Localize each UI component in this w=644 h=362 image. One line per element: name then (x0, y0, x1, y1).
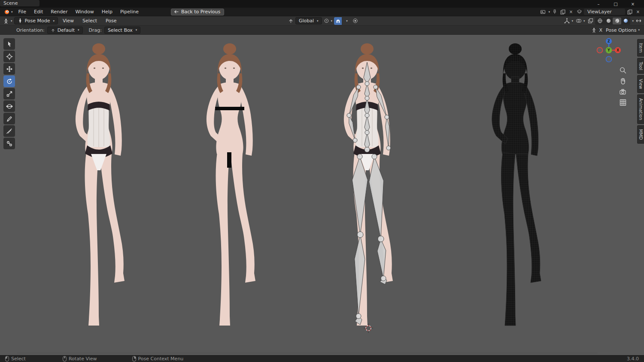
titlebar: Blender – □ × (0, 0, 644, 8)
character-figure-armature[interactable] (344, 43, 393, 326)
xray-toggle-button[interactable] (586, 17, 594, 25)
top-menubar: ▾ File Edit Render Window Help Pipeline … (0, 8, 644, 16)
viewlayer-name-field[interactable]: ViewLayer (584, 9, 625, 15)
shading-wireframe-button[interactable] (595, 18, 604, 24)
close-button[interactable]: × (624, 0, 641, 8)
menu-window[interactable]: Window (71, 8, 97, 15)
tool-cursor-button[interactable] (3, 51, 15, 62)
shading-rendered-button[interactable] (621, 18, 630, 24)
editor-type-button[interactable]: ▾ (2, 17, 13, 25)
scene-browse-button[interactable] (539, 9, 546, 15)
camera-view-button[interactable] (619, 88, 627, 96)
viewport-canvas[interactable] (0, 35, 644, 355)
menu-edit[interactable]: Edit (30, 8, 47, 15)
pan-hand-button[interactable] (619, 77, 627, 85)
gizmo-axis-x[interactable]: X (615, 47, 621, 53)
show-gizmo-button[interactable]: ▾ (563, 17, 574, 25)
tool-settings-bar: Orientation: Default ▾ Drag: Select Box … (0, 26, 644, 35)
expand-header-button[interactable] (635, 17, 642, 25)
scene-name-field[interactable]: Scene (0, 0, 39, 6)
tab-item[interactable]: Item (637, 39, 644, 57)
chevron-down-icon: ▾ (78, 28, 79, 32)
status-middle-click-hint: Rotate View (63, 356, 97, 362)
snap-settings-button[interactable]: ▾ (343, 17, 350, 25)
editor-type-icon (3, 18, 9, 24)
back-arrow-icon (173, 9, 179, 14)
armature-icon (18, 18, 23, 24)
chevron-down-icon: ▾ (331, 19, 333, 23)
gizmo-axis-z[interactable]: Z (606, 38, 612, 44)
layers-icon (577, 9, 582, 15)
material-sphere-icon (614, 18, 620, 24)
magnet-icon (335, 18, 341, 24)
tool-scale-button[interactable] (3, 88, 15, 100)
tool-rotate-button[interactable] (3, 75, 15, 87)
tool-annotate-button[interactable] (3, 113, 15, 124)
character-figure-textured[interactable] (76, 43, 125, 326)
toolbar (3, 38, 15, 149)
gizmo-axis-x-negative[interactable] (597, 48, 603, 53)
drag-label: Drag: (89, 27, 102, 33)
svg-text:X: X (617, 48, 620, 52)
remove-viewlayer-button[interactable]: × (635, 9, 641, 15)
navigation-gizmo[interactable]: Z X Y (596, 37, 622, 63)
menu-render[interactable]: Render (47, 8, 71, 15)
viewlayer-browse-button[interactable] (576, 9, 583, 15)
menu-pipeline[interactable]: Pipeline (116, 8, 143, 15)
statusbar: Select Rotate View Pose Context Menu 3.4… (0, 355, 644, 362)
chevron-down-icon: ▾ (53, 19, 55, 23)
character-figure-base[interactable] (207, 43, 255, 326)
pose-options-cluster: X Pose Options ▾ (591, 26, 641, 34)
tool-pose-breakdowner-button[interactable] (3, 138, 15, 149)
display-cluster: ▾ ▾ (563, 16, 642, 25)
tab-animation[interactable]: Animation (637, 94, 644, 124)
pin-scene-icon[interactable] (551, 9, 558, 15)
gizmo-axis-z-negative[interactable] (606, 57, 612, 62)
ortho-grid-button[interactable] (619, 99, 627, 106)
tab-view[interactable]: View (637, 75, 644, 93)
menu-pose[interactable]: Pose (102, 17, 120, 24)
viewport-3d[interactable]: Z X Y Item Tool View A (0, 35, 644, 355)
tab-tool[interactable]: Tool (637, 58, 644, 74)
orientation-icon-button[interactable] (287, 17, 295, 25)
zoom-button[interactable] (619, 66, 627, 74)
proportional-editing-button[interactable] (351, 17, 359, 25)
shading-material-button[interactable] (613, 18, 621, 24)
back-to-previous-button[interactable]: Back to Previous (171, 9, 224, 15)
menu-view[interactable]: View (59, 17, 78, 24)
mouse-right-icon (132, 356, 136, 362)
transform-cluster: Global ▾ ▾ ▾ (287, 16, 359, 25)
status-right-click-hint: Pose Context Menu (132, 356, 184, 362)
tool-transform-button[interactable] (3, 100, 15, 112)
snap-toggle-button[interactable] (334, 17, 342, 25)
mode-dropdown[interactable]: Pose Mode ▾ (14, 17, 58, 24)
new-viewlayer-button[interactable] (626, 9, 633, 15)
new-scene-button[interactable] (559, 9, 566, 15)
tab-mmd[interactable]: MMD (637, 125, 644, 144)
drag-value-dropdown[interactable]: Select Box ▾ (104, 27, 140, 34)
mouse-middle-icon (63, 356, 67, 362)
menu-select[interactable]: Select (79, 17, 101, 24)
tool-move-button[interactable] (3, 63, 15, 75)
tool-tweak-select-button[interactable] (3, 38, 15, 50)
dismiss-label[interactable]: X (599, 27, 603, 33)
mouse-left-icon (5, 356, 9, 362)
menu-help[interactable]: Help (98, 8, 116, 15)
menu-file[interactable]: File (15, 8, 30, 15)
orientation-value-dropdown[interactable]: Default ▾ (47, 27, 83, 34)
pin-icon (553, 9, 557, 14)
show-overlays-button[interactable]: ▾ (575, 17, 586, 25)
unlink-scene-button[interactable]: × (568, 9, 574, 15)
tool-measure-button[interactable] (3, 125, 15, 137)
shading-solid-button[interactable] (604, 18, 613, 24)
orientation-label: Orientation: (16, 27, 45, 33)
pivot-point-button[interactable]: ▾ (323, 17, 334, 25)
gizmo-axis-y[interactable]: Y (606, 47, 612, 54)
maximize-button[interactable]: □ (607, 0, 624, 8)
orientation-dropdown[interactable]: Global ▾ (295, 17, 322, 24)
pose-options-dropdown[interactable]: Pose Options ▾ (605, 26, 641, 34)
pose-figure-icon (591, 27, 597, 33)
minimize-button[interactable]: – (590, 0, 607, 8)
character-figure-wireframe[interactable] (492, 43, 541, 326)
app-menu-button[interactable]: ▾ (3, 9, 15, 15)
